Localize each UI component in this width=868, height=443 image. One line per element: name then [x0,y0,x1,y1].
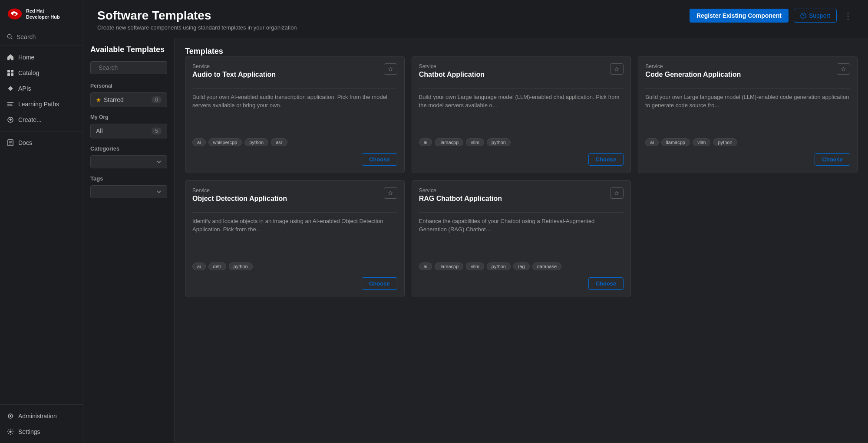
all-filter[interactable]: All 5 [90,124,167,138]
card-footer: Choose [419,153,624,166]
card-tags: aillamacppvllmpythonragdatabase [419,263,624,270]
card-divider [419,212,624,213]
tags-dropdown[interactable] [90,185,167,198]
card-description: Build your own Large language model (LLM… [419,93,624,133]
sidebar-item-label: Create... [18,116,42,123]
star-button[interactable]: ☆ [610,187,624,199]
template-card-audio-to-text: Service Audio to Text Application ☆ Buil… [185,56,405,173]
card-header: Service Chatbot Application ☆ [419,63,624,79]
sidebar-item-catalog[interactable]: Catalog [0,65,83,81]
card-description: Build your own Large language model (LLM… [645,93,850,133]
categories-section: Categories [90,145,167,168]
tag: python [487,263,511,270]
card-tags: aiwhispercpppythonasr [192,138,397,146]
tag: whispercpp [208,138,242,146]
star-button[interactable]: ☆ [384,63,397,75]
card-title-group: Service Audio to Text Application [192,63,276,79]
sidebar-item-settings[interactable]: Settings [0,424,83,440]
card-divider [192,88,397,89]
card-tags: aidetrpython [192,263,397,270]
personal-section: Personal ★ Starred 0 [90,83,167,107]
card-type: Service [192,63,276,69]
svg-point-11 [10,415,11,417]
card-title-group: Service Chatbot Application [419,63,485,79]
menu-dots-icon[interactable]: ⋮ [842,9,854,23]
svg-rect-6 [11,73,13,76]
search-box[interactable]: ✕ [90,61,167,74]
support-button[interactable]: Support [794,9,837,23]
card-tags: aillamacppvllmpython [419,138,624,146]
settings-icon [7,428,14,435]
choose-button[interactable]: Choose [588,277,624,290]
chevron-down-icon [156,159,162,164]
card-title-group: Service Code Generation Application [645,63,741,79]
tag: python [487,138,511,146]
sidebar-item-apis[interactable]: APIs [0,81,83,96]
myorg-section: My Org All 5 [90,114,167,138]
tag: llamacpp [661,138,690,146]
tag: database [532,263,561,270]
card-description: Identify and locate objects in an image … [192,217,397,257]
starred-label: Starred [104,96,124,103]
categories-dropdown[interactable] [90,155,167,168]
star-button[interactable]: ☆ [837,63,850,75]
sidebar-item-label: APIs [18,85,31,92]
sidebar-item-label: Catalog [18,69,39,76]
template-card-rag-chatbot: Service RAG Chatbot Application ☆ Enhanc… [412,180,631,297]
svg-rect-3 [7,70,10,72]
card-footer: Choose [192,153,397,166]
register-component-button[interactable]: Register Existing Component [690,9,789,23]
choose-button[interactable]: Choose [362,277,397,290]
categories-label: Categories [90,145,167,152]
page-title: Software Templates [97,9,297,23]
sidebar-item-administration[interactable]: Administration [0,408,83,424]
main-content: Software Templates Create new software c… [83,0,868,443]
sidebar-logo: Red Hat Developer Hub [0,0,83,28]
card-header: Service Audio to Text Application ☆ [192,63,397,79]
card-footer: Choose [419,277,624,290]
personal-label: Personal [90,83,167,89]
card-header: Service Code Generation Application ☆ [645,63,850,79]
card-type: Service [645,63,741,69]
choose-button[interactable]: Choose [588,153,624,166]
sidebar-item-docs[interactable]: Docs [0,135,83,151]
sidebar-search[interactable]: Search [0,28,83,46]
catalog-icon [7,69,14,76]
sidebar-item-learning-paths[interactable]: Learning Paths [0,96,83,112]
choose-button[interactable]: Choose [362,153,397,166]
home-icon [7,54,14,61]
sidebar-item-label: Home [18,54,34,61]
tag: ai [419,138,432,146]
tag: python [713,138,737,146]
content-area: Available Templates ✕ Personal ★ Starred… [83,38,868,443]
star-button[interactable]: ☆ [384,187,397,199]
admin-icon [7,413,14,420]
tag: rag [513,263,530,270]
star-button[interactable]: ☆ [610,63,624,75]
tag: ai [419,263,432,270]
card-header: Service RAG Chatbot Application ☆ [419,187,624,203]
question-icon [800,13,806,19]
tags-label: Tags [90,175,167,182]
starred-filter[interactable]: ★ Starred 0 [90,92,167,107]
apis-icon [7,85,14,92]
sidebar-item-create[interactable]: Create... [0,112,83,128]
sidebar-nav: Home Catalog APIs Learning Paths [0,46,83,404]
logo-line1: Red Hat [26,8,60,14]
tag: llamacpp [435,138,463,146]
header-text: Software Templates Create new software c… [97,9,297,31]
card-tags: aillamacppvllmpython [645,138,850,146]
sidebar-item-label: Administration [18,413,57,420]
card-header: Service Object Detection Application ☆ [192,187,397,203]
svg-line-2 [11,38,12,39]
search-input[interactable] [99,64,175,71]
sidebar-item-home[interactable]: Home [0,49,83,65]
tag: detr [208,263,226,270]
sidebar-item-label: Learning Paths [18,101,59,108]
choose-button[interactable]: Choose [815,153,850,166]
sidebar-item-label: Settings [18,428,40,435]
support-label: Support [809,12,830,19]
learning-paths-icon [7,101,14,108]
sidebar: Red Hat Developer Hub Search Home Catalo… [0,0,83,443]
card-title-group: Service RAG Chatbot Application [419,187,502,203]
